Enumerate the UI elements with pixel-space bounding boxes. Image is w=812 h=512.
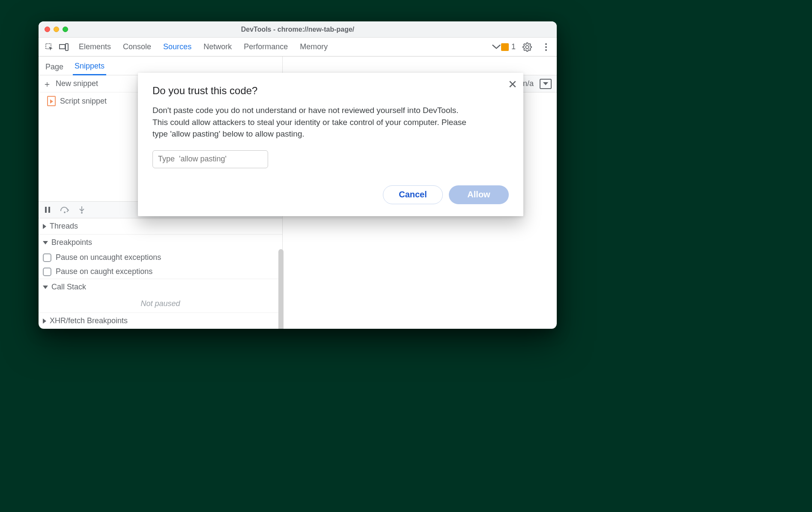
- window-minimize-button[interactable]: [54, 27, 59, 32]
- tab-elements[interactable]: Elements: [79, 42, 111, 51]
- svg-point-9: [81, 212, 83, 214]
- checkbox-icon[interactable]: [43, 253, 51, 262]
- allow-pasting-input[interactable]: [152, 150, 268, 168]
- chevron-down-icon: [43, 286, 48, 289]
- warning-count: 1: [511, 42, 516, 51]
- inspect-element-icon[interactable]: [42, 40, 57, 54]
- subtab-snippets[interactable]: Snippets: [73, 57, 106, 75]
- section-callstack-label: Call Stack: [51, 283, 86, 292]
- pause-uncaught-label: Pause on uncaught exceptions: [56, 253, 161, 262]
- window-maximize-button[interactable]: [63, 27, 68, 32]
- devtools-window: DevTools - chrome://new-tab-page/ Elemen…: [39, 21, 557, 329]
- snippet-label: Script snippet: [60, 97, 107, 106]
- section-xhr-fetch-label: XHR/fetch Breakpoints: [50, 316, 128, 325]
- window-title: DevTools - chrome://new-tab-page/: [39, 26, 557, 33]
- dialog-body-text: Don't paste code you do not understand o…: [152, 104, 469, 140]
- pause-resume-icon[interactable]: [43, 205, 52, 214]
- section-breakpoints[interactable]: Breakpoints: [39, 234, 282, 250]
- window-controls: [45, 27, 68, 32]
- debugger-sections: Threads Breakpoints Pause on uncaught ex…: [39, 218, 282, 329]
- window-titlebar: DevTools - chrome://new-tab-page/: [39, 21, 557, 38]
- checkbox-icon[interactable]: [43, 268, 51, 276]
- dialog-buttons: Cancel Allow: [152, 185, 509, 204]
- warning-badge[interactable]: 1: [501, 42, 516, 51]
- step-into-icon[interactable]: [77, 205, 87, 214]
- svg-point-5: [545, 49, 547, 51]
- section-xhr-fetch[interactable]: XHR/fetch Breakpoints: [39, 313, 282, 329]
- new-snippet-label: New snippet: [56, 79, 98, 88]
- kebab-menu-icon[interactable]: [539, 40, 553, 54]
- svg-rect-2: [66, 44, 68, 51]
- dialog-title: Do you trust this code?: [152, 85, 509, 97]
- section-callstack[interactable]: Call Stack: [39, 279, 282, 295]
- pause-caught-row[interactable]: Pause on caught exceptions: [39, 265, 282, 279]
- subtab-page[interactable]: Page: [44, 58, 65, 75]
- svg-rect-6: [45, 207, 47, 213]
- window-close-button[interactable]: [45, 27, 50, 32]
- chevron-right-icon: [43, 319, 46, 324]
- pause-caught-label: Pause on caught exceptions: [56, 267, 152, 276]
- cancel-button[interactable]: Cancel: [383, 185, 443, 204]
- svg-rect-7: [48, 207, 50, 213]
- callstack-not-paused: Not paused: [39, 295, 282, 313]
- tab-sources[interactable]: Sources: [163, 42, 191, 51]
- device-toolbar-icon[interactable]: [57, 40, 71, 54]
- section-threads[interactable]: Threads: [39, 218, 282, 234]
- allow-button[interactable]: Allow: [449, 185, 509, 204]
- main-tabs: Elements Console Sources Network Perform…: [79, 42, 488, 51]
- tab-network[interactable]: Network: [203, 42, 232, 51]
- pause-uncaught-row[interactable]: Pause on uncaught exceptions: [39, 250, 282, 265]
- main-tabstrip: Elements Console Sources Network Perform…: [39, 38, 557, 57]
- warning-icon: [501, 43, 509, 51]
- trust-code-dialog: ✕ Do you trust this code? Don't paste co…: [138, 73, 523, 216]
- svg-point-8: [64, 211, 66, 213]
- svg-rect-1: [60, 45, 65, 49]
- section-threads-label: Threads: [50, 222, 78, 231]
- plus-icon: ＋: [43, 80, 51, 88]
- tab-console[interactable]: Console: [123, 42, 151, 51]
- step-over-icon[interactable]: [60, 205, 69, 214]
- svg-point-3: [545, 43, 547, 45]
- chevron-right-icon: [43, 224, 46, 229]
- tab-performance[interactable]: Performance: [244, 42, 288, 51]
- svg-point-4: [545, 46, 547, 48]
- dialog-close-icon[interactable]: ✕: [508, 78, 517, 91]
- coverage-dropdown-icon[interactable]: [540, 79, 552, 89]
- tab-memory[interactable]: Memory: [300, 42, 328, 51]
- settings-gear-icon[interactable]: [520, 40, 534, 54]
- chevron-down-icon: [43, 241, 48, 244]
- section-breakpoints-label: Breakpoints: [51, 238, 92, 247]
- more-tabs-icon[interactable]: [492, 44, 501, 50]
- snippet-file-icon: [47, 96, 56, 106]
